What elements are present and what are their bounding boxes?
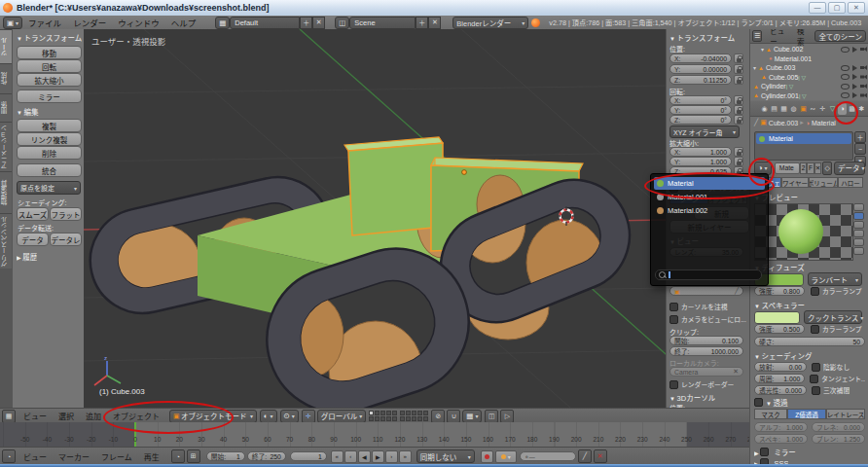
outliner-scope-dropdown[interactable]: 全てのシーン bbox=[814, 30, 866, 42]
viewport-menu-選択[interactable]: 選択 bbox=[53, 411, 80, 421]
layer-toggle[interactable] bbox=[375, 416, 380, 421]
np-scale-y[interactable]: Y:1.000 bbox=[669, 157, 732, 166]
specular-intensity-slider[interactable]: 強度:0.500 bbox=[754, 324, 805, 334]
clip-end-field[interactable]: 終了:1000.000 bbox=[669, 346, 743, 356]
mirror-button[interactable]: ミラー bbox=[17, 90, 82, 103]
outliner-item-Cylinder.001[interactable]: ▲Cylinder.001 | ▽ bbox=[750, 91, 868, 100]
eyedropper-button[interactable]: ╱ bbox=[578, 449, 592, 463]
material-slot-list[interactable]: Material bbox=[754, 131, 853, 161]
rotation-mode-dropdown[interactable]: XYZ オイラー角▾ bbox=[669, 126, 740, 138]
tangent-checkbox[interactable] bbox=[810, 375, 818, 383]
delete-button[interactable]: 削除 bbox=[17, 146, 82, 160]
emit-slider[interactable]: 放射:0.00 bbox=[754, 362, 807, 372]
blend-slider[interactable]: ブレン:1.250 bbox=[812, 434, 865, 444]
props-tab-constraints[interactable]: ∾ bbox=[809, 103, 817, 115]
layer-toggle[interactable] bbox=[423, 416, 428, 421]
lock-icon[interactable] bbox=[734, 64, 743, 74]
close-button[interactable]: ✕ bbox=[848, 2, 865, 14]
toolshelf-tab-作成[interactable]: 作成 bbox=[0, 63, 12, 93]
transparency-checkbox[interactable] bbox=[754, 398, 763, 407]
props-tab-scene[interactable]: ▦ bbox=[779, 103, 788, 115]
lock-cursor-checkbox[interactable] bbox=[669, 303, 678, 311]
expand-arrow-icon[interactable]: ▾ bbox=[761, 46, 764, 53]
timeline-menu-再生[interactable]: 再生 bbox=[138, 451, 165, 462]
join-button[interactable]: 統合 bbox=[17, 163, 82, 177]
cursor3d-header[interactable]: 3Dカーソル bbox=[669, 392, 715, 403]
layer-toggle[interactable] bbox=[392, 416, 397, 421]
renderability-icon[interactable] bbox=[860, 93, 867, 98]
diffuse-intensity-slider[interactable]: 強度:0.800 bbox=[754, 286, 805, 296]
specular-shader-dropdown[interactable]: クックトランス▾ bbox=[804, 310, 862, 324]
layer-toggle[interactable] bbox=[386, 411, 391, 415]
layer-toggle[interactable] bbox=[412, 416, 416, 421]
np-scale-x[interactable]: X:1.000 bbox=[669, 147, 732, 157]
viewport-menu-ビュー[interactable]: ビュー bbox=[18, 411, 53, 421]
lock-icon[interactable] bbox=[734, 95, 743, 105]
outliner-item-Cube.005[interactable]: ▲Cube.005 | ▽ bbox=[750, 73, 868, 82]
layers-block-2[interactable] bbox=[400, 411, 428, 421]
lock-icon[interactable] bbox=[734, 157, 743, 166]
visibility-eye-icon[interactable] bbox=[841, 74, 850, 80]
lock-icon[interactable] bbox=[734, 105, 743, 115]
outliner-item-Cube.002[interactable]: ▾▲Cube.002 bbox=[750, 45, 868, 54]
lock-layers-button[interactable]: ⊘ bbox=[431, 410, 445, 423]
expand-arrow-icon[interactable]: ▾ bbox=[753, 64, 756, 71]
props-tab-particles[interactable]: ✱ bbox=[857, 103, 866, 115]
shade-smooth-button[interactable]: スムーズ bbox=[17, 207, 49, 221]
np-loc-x[interactable]: X:-0.04000 bbox=[669, 54, 732, 63]
props-tab-render-layers[interactable]: ▤ bbox=[770, 103, 778, 115]
visibility-eye-icon[interactable] bbox=[841, 92, 850, 98]
hardness-slider[interactable]: 硬さ:50 bbox=[754, 337, 865, 346]
material-name-field[interactable]: Mate bbox=[775, 162, 800, 174]
lock-icon[interactable] bbox=[734, 115, 743, 125]
timeline-menu-マーカー[interactable]: マーカー bbox=[53, 451, 95, 462]
toolshelf-tab-グリースペンシル[interactable]: グリースペンシル bbox=[0, 213, 12, 269]
editor-type-button[interactable]: ▣▾ bbox=[3, 17, 22, 29]
props-tab-object[interactable]: ▣ bbox=[799, 103, 808, 115]
delete-scene-button[interactable]: ✕ bbox=[428, 17, 441, 29]
preview-hair-button[interactable] bbox=[853, 238, 864, 246]
layer-toggle[interactable] bbox=[412, 411, 416, 415]
play-button[interactable]: ▶ bbox=[372, 450, 384, 463]
renderability-icon[interactable] bbox=[860, 84, 867, 89]
editor-type-button[interactable]: ▦ bbox=[2, 410, 16, 423]
sync-dropdown[interactable]: 同期しない▾ bbox=[416, 449, 475, 463]
toolshelf-tab-ツール[interactable]: ツール bbox=[0, 29, 12, 63]
lock-camera-checkbox[interactable] bbox=[669, 315, 678, 324]
np-rot-x[interactable]: X:0° bbox=[669, 95, 732, 105]
ambient-slider[interactable]: 周囲:1.000 bbox=[754, 374, 805, 383]
preview-sky-button[interactable] bbox=[853, 247, 864, 255]
renderability-icon[interactable] bbox=[860, 65, 867, 70]
type-halo-tab[interactable]: ハロー bbox=[838, 177, 863, 188]
visibility-eye-icon[interactable] bbox=[841, 47, 850, 53]
np-rot-z[interactable]: Z:0° bbox=[669, 115, 732, 125]
unlink-button[interactable]: ✕ bbox=[814, 162, 822, 174]
add-scene-button[interactable]: ＋ bbox=[416, 17, 428, 29]
scene-field[interactable]: Scene bbox=[349, 17, 416, 29]
render-anim-button[interactable]: ▷ bbox=[500, 410, 514, 423]
orientation-dropdown[interactable]: グローバル▾ bbox=[317, 410, 366, 423]
renderability-icon[interactable] bbox=[860, 75, 867, 80]
timeline-menu-ビュー[interactable]: ビュー bbox=[18, 451, 53, 462]
transparency-header[interactable]: 透過 bbox=[766, 397, 788, 408]
alpha-slider[interactable]: アルフ:1.000 bbox=[754, 422, 808, 432]
data-transfer-button[interactable]: データ bbox=[17, 233, 49, 246]
preview-range-button[interactable]: ◔ bbox=[171, 449, 185, 463]
layer-toggle[interactable] bbox=[386, 416, 391, 421]
layer-toggle[interactable] bbox=[400, 411, 405, 415]
maximize-button[interactable]: ▢ bbox=[828, 2, 846, 14]
toolshelf-tab-アニメーション[interactable]: アニメーション bbox=[0, 122, 12, 171]
jump-end-button[interactable]: » bbox=[399, 450, 412, 463]
layer-toggle[interactable] bbox=[369, 416, 374, 421]
jump-start-button[interactable]: « bbox=[331, 450, 344, 463]
rotate-button[interactable]: 回転 bbox=[17, 59, 82, 73]
fresnel-slider[interactable]: フレネ:0.000 bbox=[812, 422, 865, 432]
lock-icon[interactable] bbox=[734, 147, 743, 157]
popup-item-Material[interactable]: Material bbox=[654, 177, 765, 190]
props-tab-render[interactable]: ◉ bbox=[760, 103, 769, 115]
viewport-menu-オブジェクト[interactable]: オブジェクト bbox=[107, 411, 165, 421]
use-nodes-button[interactable]: ◇ bbox=[822, 162, 832, 175]
next-keyframe-button[interactable]: › bbox=[385, 450, 398, 463]
layers-block-1[interactable] bbox=[369, 411, 397, 421]
users-count-button[interactable]: 2 bbox=[800, 162, 808, 174]
